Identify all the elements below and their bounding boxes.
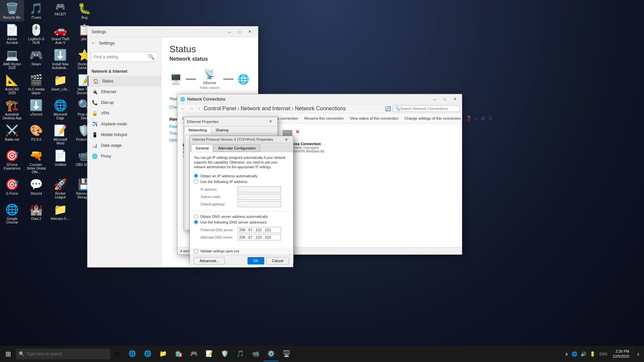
desktop-icon-logitech[interactable]: 🖱️ Logitech G HUB [24,21,48,47]
sidebar-item-dialup[interactable]: 📞 Dial-up [88,97,161,108]
taskbar-chrome-app[interactable]: 🌐 [125,347,140,361]
manual-dns-label[interactable]: Use the following DNS server addresses: [200,220,268,224]
manual-dns-radio[interactable] [194,220,198,224]
validate-label[interactable]: Validate settings upon exit [200,249,239,253]
tray-battery-icon[interactable]: 🔋 [589,351,596,357]
sidebar-item-datausage[interactable]: 📊 Data usage [88,140,161,151]
validate-checkbox[interactable] [194,249,198,253]
manual-ip-radio[interactable] [194,179,198,184]
preferred-dns-input[interactable] [237,227,281,233]
netconn-search-input[interactable] [400,107,457,111]
manual-ip-label[interactable]: Use the following IP address: [200,180,248,184]
gateway-input[interactable] [237,201,281,207]
ipv4-close-button[interactable]: ✕ [282,136,290,143]
taskbar-store-app[interactable]: 🛍️ [171,347,186,361]
desktop-icon-dota2[interactable]: 🏰 Dota 2 [24,201,48,226]
start-button[interactable]: ⊞ [0,346,16,362]
settings-maximize-button[interactable]: □ [235,28,244,35]
taskbar-steam-app[interactable]: 🎮 [186,347,201,361]
netconn-maximize-button[interactable]: □ [440,96,449,103]
ip-address-input[interactable] [237,186,281,192]
ipv4-tab-general[interactable]: General [191,144,213,152]
sidebar-item-ethernet[interactable]: 🔌 Ethernet [88,86,161,97]
settings-search-box[interactable]: 🔍 [91,52,158,62]
sidebar-item-vpn[interactable]: 🔒 VPN [88,108,161,119]
desktop-icon-battlenet[interactable]: ⚔️ Battle.net [0,122,24,147]
desktop-icon-bug[interactable]: 🐛 Bug [72,0,97,21]
tray-expand-icon[interactable]: ∧ [564,351,569,357]
view-details-icon[interactable]: ☰ [487,115,494,122]
auto-dns-radio[interactable] [194,214,198,219]
taskbar-clock[interactable]: 2:26 PM 22/5/2020 [610,349,632,359]
desktop-icon-ms-word[interactable]: 📝 Microsoft Word [48,122,72,147]
taskbar-settings-app[interactable]: ⚙️ [264,347,278,361]
settings-back-icon[interactable]: ← [91,40,96,46]
desktop-icon-rocket-league[interactable]: 🚀 Rocket League [48,176,72,201]
desktop-icon-amd[interactable]: 💻 AMD Ryzen 2020 [0,47,24,72]
desktop-icon-faceit[interactable]: 🎮 FACEIT [48,0,72,21]
sidebar-item-status[interactable]: 🏠 Status [88,76,161,86]
subnet-mask-input[interactable] [237,194,281,200]
view-help-icon[interactable]: ❓ [464,115,473,122]
show-desktop-button[interactable]: ▮ [632,347,644,361]
desktop-icon-utorrent[interactable]: ⬇️ uTorrent [24,97,48,122]
sidebar-item-proxy[interactable]: 🌐 Proxy [88,151,161,162]
netconn-up-arrow[interactable]: ↑ [197,106,202,112]
auto-ip-radio[interactable] [194,174,198,178]
rename-button[interactable]: Rename this connection [302,115,346,122]
ipv4-tab-alternate[interactable]: Alternate Configuration [214,144,260,152]
settings-minimize-button[interactable]: — [225,28,234,35]
desktop-icon-steam[interactable]: 🎮 Steam [24,47,48,72]
netconn-minimize-button[interactable]: — [430,96,439,103]
change-settings-button[interactable]: Change settings of this connection [402,115,464,122]
sidebar-item-mobile[interactable]: 📱 Mobile hotspot [88,129,161,140]
settings-titlebar[interactable]: Settings — □ ✕ [88,26,258,37]
desktop-icon-discord[interactable]: 💬 Discord [24,176,48,201]
ipv4-titlebar[interactable]: Internet Protocol Version 4 (TCP/IPv4) P… [190,136,293,143]
desktop-icon-autocad[interactable]: 📐 AutoCAD 2020 [0,72,24,97]
eth-prop-tab-sharing[interactable]: Sharing [211,126,233,134]
taskbar-obs-app[interactable]: 📹 [248,347,263,361]
tray-network-icon[interactable]: 🌐 [571,351,578,357]
eth-prop-tab-networking[interactable]: Networking [184,126,211,134]
netconn-search-box[interactable]: 🔍 [393,105,460,112]
eth-prop-titlebar[interactable]: Ethernet Properties ✕ [184,117,277,126]
advanced-button[interactable]: Advanced... [194,257,225,264]
desktop-icon-itunes[interactable]: 🎵 iTunes [24,0,48,21]
taskbar-music-app[interactable]: 🎵 [233,347,248,361]
taskbar-antivirus-app[interactable]: 🛡️ [217,347,232,361]
taskbar-network-app[interactable]: 🖥️ [279,347,294,361]
desktop-icon-jason[interactable]: 📁 Jason_L0s... [48,72,72,97]
taskbar-search-input[interactable] [26,352,94,356]
auto-dns-label[interactable]: Obtain DNS server address automatically [200,215,268,219]
desktop-icon-google-chrome[interactable]: 🌐 Google Chrome [0,201,24,226]
desktop-icon-vlc[interactable]: 🎬 VLC media player [24,72,48,97]
taskbar-word-app[interactable]: 📝 [202,347,217,361]
desktop-icon-recycle-bin[interactable]: 🗑️ Recycle Bin [0,0,24,21]
desktop-icon-ms-edge[interactable]: 🌐 Microsoft Edge [48,97,72,122]
desktop-icon-ps8[interactable]: 🎨 PS 8.0 [24,122,48,147]
desktop-icon-autodesk-app[interactable]: 🏗️ Autodesk Desktop App [0,97,24,122]
alternate-dns-input[interactable] [237,234,281,240]
tray-volume-icon[interactable]: 🔊 [580,351,587,357]
settings-close-button[interactable]: ✕ [245,28,254,35]
desktop-icon-gforce[interactable]: 🎯 GForce Experience [0,147,24,176]
desktop-icon-geforce2[interactable]: 🎯 G Force [0,176,24,201]
netconn-titlebar[interactable]: 🌐 Network Connections — □ ✕ [177,94,462,104]
desktop-icon-gta[interactable]: 🚗 Grand Theft Auto V [48,21,72,47]
netconn-forward-arrow[interactable]: → [188,106,195,112]
netconn-close-button[interactable]: ✕ [450,96,459,103]
eth-prop-close-button[interactable]: ✕ [266,118,275,125]
taskbar-search-box[interactable]: 🔍 [16,349,110,359]
view-list-icon[interactable]: ≡ [473,115,479,122]
desktop-icon-feb5[interactable]: 📁 february-5-... [48,201,72,226]
desktop-icon-install-autodesk[interactable]: ⬇️ Install Now Autodesk... [48,47,72,72]
taskbar-explorer-app[interactable]: 📁 [156,347,170,361]
settings-search-input[interactable] [94,55,148,59]
desktop-icon-untitled[interactable]: 📄 Untitled [48,147,72,176]
ok-button[interactable]: OK [248,257,264,264]
view-grid-icon[interactable]: ⊞ [479,115,487,122]
desktop-icon-cs[interactable]: 🔫 Counter-Strike Global Offe... [24,147,48,176]
task-view-button[interactable]: ⊡ [110,347,123,361]
taskbar-edge-app[interactable]: 🌐 [140,347,155,361]
